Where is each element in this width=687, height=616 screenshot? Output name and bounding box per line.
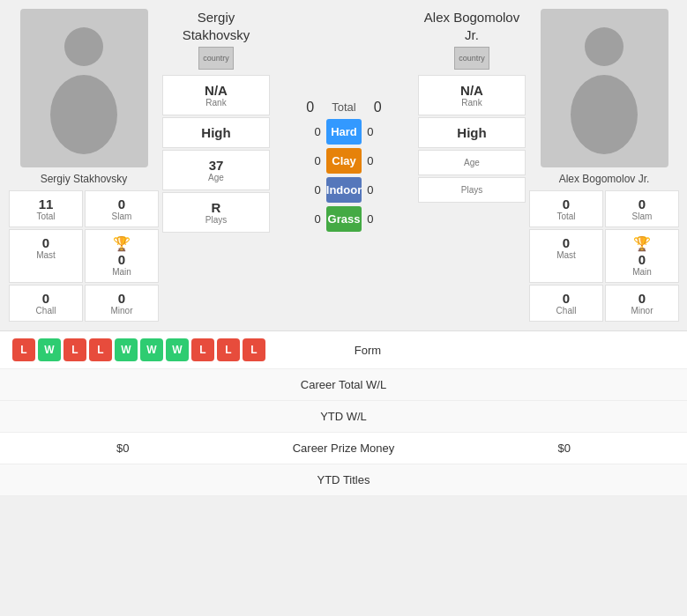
total-value-right: 0 [534,197,599,212]
trophy-icon-left: 🏆 [113,235,131,252]
player-name-center-right: Alex Bogomolov Jr. [418,9,526,43]
age-row-left: 37 Age [162,150,270,190]
plays-row-left: R Plays [162,192,270,233]
surface-rows: 0 Hard 0 0 Clay 0 0 Indoor 0 0 Grass 0 [302,119,386,235]
player-left: Sergiy Stakhovsky 11 Total 0 Slam 0 Mast… [9,9,159,322]
surface-score-right-indoor: 0 [362,183,386,197]
ytd-titles-row: YTD Titles [0,464,687,496]
mast-label-left: Mast [13,250,78,260]
country-img-left: country [198,47,234,70]
main-cell-left: 🏆 0 Main [85,229,159,283]
surface-btn-indoor[interactable]: Indoor [326,177,362,203]
svg-point-3 [571,75,638,154]
minor-value-left: 0 [89,291,154,306]
player-photo-right [541,9,668,167]
high-value-left: High [167,125,265,140]
main-container: Sergiy Stakhovsky 11 Total 0 Slam 0 Mast… [0,0,687,496]
player-comparison: Sergiy Stakhovsky 11 Total 0 Slam 0 Mast… [0,0,687,330]
chall-value-left: 0 [13,291,78,306]
surface-row-grass: 0 Grass 0 [302,206,386,232]
total-value-left: 11 [13,197,78,212]
chall-cell-left: 0 Chall [9,285,83,322]
form-badge-w: W [166,338,189,361]
player-name-right: Alex Bogomolov Jr. [559,173,650,185]
ytd-wl-row: YTD W/L [0,401,687,433]
total-cell-left: 11 Total [9,190,83,227]
plays-value-left: R [167,200,265,215]
high-row-left: High [162,117,270,148]
form-badge-w: W [38,338,61,361]
minor-label-left: Minor [89,306,154,315]
main-cell-right: 🏆 0 Main [605,229,679,283]
minor-cell-left: 0 Minor [85,285,159,322]
form-badge-w: W [115,338,138,361]
surface-row-indoor: 0 Indoor 0 [302,177,386,203]
slam-label-left: Slam [89,212,154,221]
age-label-right: Age [422,158,521,167]
ytd-titles-label: YTD Titles [233,473,453,486]
total-cell-right: 0 Total [529,190,603,227]
silhouette-left [40,22,128,154]
chall-cell-right: 0 Chall [529,285,603,322]
surface-score-left-grass: 0 [302,212,326,226]
high-value-right: High [422,125,521,140]
surface-btn-clay[interactable]: Clay [326,148,362,174]
middle-panel-left: Sergiy Stakhovsky country N/A Rank High … [159,9,273,322]
trophy-icon-right: 🏆 [633,235,651,252]
rank-label-right: Rank [422,98,521,108]
main-label-left: Main [112,267,131,277]
mast-value-right: 0 [534,235,599,250]
form-badge-l: L [243,338,265,361]
career-wl-row: Career Total W/L [0,369,687,401]
slam-cell-left: 0 Slam [85,190,159,227]
total-row: 0 Total 0 [306,96,381,119]
surface-score-right-grass: 0 [362,212,386,226]
rank-row-left: N/A Rank [162,75,270,115]
prize-label: Career Prize Money [233,442,453,455]
player-name-center-left: Sergiy Stakhovsky [162,9,270,43]
rank-row-right: N/A Rank [418,75,526,115]
surface-btn-grass[interactable]: Grass [326,206,362,232]
form-badges: LWLLWWWLLL [12,338,265,361]
center-stats-left: N/A Rank High 37 Age R Plays [162,75,270,233]
surface-score-left-clay: 0 [302,154,326,167]
total-label-right: Total [534,212,599,221]
prize-left: $0 [12,442,233,455]
svg-point-1 [50,75,117,154]
chall-label-right: Chall [534,306,599,315]
slam-cell-right: 0 Slam [605,190,679,227]
career-wl-label: Career Total W/L [233,378,453,391]
form-badge-l: L [12,338,35,361]
minor-cell-right: 0 Minor [605,285,679,322]
mast-value-left: 0 [13,235,78,250]
total-left-score: 0 [306,100,314,115]
prize-right: $0 [454,442,675,455]
total-center-label: Total [332,100,355,114]
slam-label-right: Slam [609,212,675,221]
surface-score-right-clay: 0 [362,154,386,167]
minor-label-right: Minor [609,306,675,315]
minor-value-right: 0 [609,291,675,306]
svg-point-0 [64,27,103,66]
form-badge-w: W [140,338,163,361]
country-img-right: country [454,47,489,70]
surface-column: 0 Total 0 0 Hard 0 0 Clay 0 0 Indoor 0 0… [273,9,414,322]
form-badge-l: L [63,338,86,361]
surface-row-clay: 0 Clay 0 [302,148,386,174]
plays-label-left: Plays [167,215,265,225]
mast-cell-left: 0 Mast [9,229,83,283]
ytd-wl-label: YTD W/L [233,410,453,423]
surface-score-left-hard: 0 [302,125,326,138]
rank-label-left: Rank [167,98,265,108]
plays-row-right: Plays [418,177,526,203]
age-value-left: 37 [167,158,265,173]
surface-score-right-hard: 0 [362,125,386,138]
surface-row-hard: 0 Hard 0 [302,119,386,145]
form-badge-l: L [191,338,214,361]
bottom-section: LWLLWWWLLL Form Career Total W/L YTD W/L… [0,330,687,496]
main-value-left: 0 [118,252,125,267]
form-label: Form [265,344,470,357]
country-flag-right: country [418,47,526,70]
surface-btn-hard[interactable]: Hard [326,119,362,145]
form-row: LWLLWWWLLL Form [0,331,687,369]
